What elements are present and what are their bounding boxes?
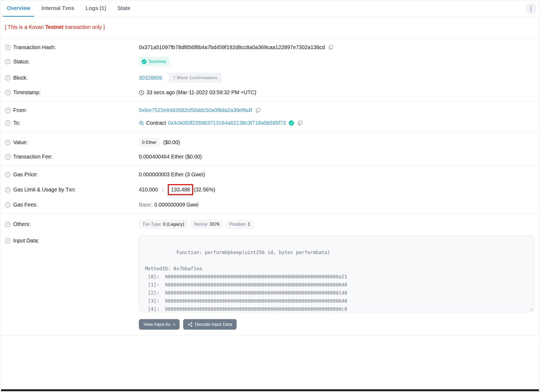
- help-icon[interactable]: ?: [5, 45, 11, 50]
- section-hash-status-block-time: ? Transaction Hash: 0x371a51097fb78df856…: [0, 39, 540, 101]
- row-input-data: ? Input Data: Function: performUpkeep(ui…: [0, 232, 540, 315]
- txn-type-value: 0 (Legacy): [163, 222, 184, 227]
- copy-icon[interactable]: [297, 120, 303, 126]
- status-badge: Success: [139, 57, 170, 66]
- txn-type-key: Txn Type:: [142, 222, 163, 227]
- svg-text:?: ?: [7, 109, 9, 112]
- row-gas-price: ? Gas Price: 0.000000003 Ether (3 Gwei): [0, 168, 540, 181]
- base-fee-value: 0.000000009 Gwei: [154, 202, 199, 208]
- nonce-value: 3376: [210, 222, 220, 227]
- copy-icon[interactable]: [255, 107, 261, 113]
- svg-text:?: ?: [7, 203, 9, 207]
- svg-text:?: ?: [7, 76, 9, 79]
- help-icon[interactable]: ?: [5, 75, 11, 81]
- notice-prefix: [ This is a Kovan: [5, 24, 45, 30]
- divider: [0, 335, 540, 336]
- clock-icon: [139, 90, 144, 95]
- check-circle-icon: [142, 59, 147, 64]
- txn-type-badge: Txn Type: 0 (Legacy): [139, 219, 188, 229]
- input-data-textarea[interactable]: Function: performUpkeep(uint256 id, byte…: [139, 235, 534, 312]
- help-icon[interactable]: ?: [5, 120, 11, 126]
- row-block: ? Block: 30328606 7 Block Confirmations: [0, 69, 540, 86]
- chevron-down-icon: ▾: [173, 323, 175, 326]
- help-icon[interactable]: ?: [5, 172, 11, 178]
- row-from: ? From: 0xfee7522e8482682cf50ddc50a0f8da…: [0, 104, 540, 117]
- others-label: Others:: [13, 221, 31, 227]
- base-fee-label: Base:: [139, 202, 152, 208]
- decode-input-data-button[interactable]: Decode Input Data: [183, 319, 237, 330]
- tab-internal-txns[interactable]: Internal Txns: [38, 0, 78, 17]
- from-label: From:: [13, 107, 27, 113]
- row-timestamp: ? Timestamp: 33 secs ago (Mar-11-2022 03…: [0, 86, 540, 99]
- svg-text:?: ?: [7, 60, 9, 63]
- annotation-red-box: 133,488: [168, 184, 193, 195]
- tab-bar: Overview Internal Txns Logs (1) State ⋮: [0, 0, 540, 17]
- gas-limit-usage-label: Gas Limit & Usage by Txn:: [13, 187, 76, 193]
- magnifier-plus-icon[interactable]: [139, 120, 144, 126]
- tab-state[interactable]: State: [114, 0, 134, 17]
- status-value: Success: [149, 59, 166, 64]
- row-gas-fees: ? Gas Fees: Base: 0.000000009 Gwei: [0, 198, 540, 211]
- block-label: Block:: [13, 75, 28, 81]
- decode-icon: [188, 322, 193, 327]
- help-icon[interactable]: ?: [5, 140, 11, 146]
- gas-price-label: Gas Price:: [13, 171, 38, 178]
- contract-word: Contract: [146, 120, 166, 126]
- help-icon[interactable]: ?: [5, 90, 11, 96]
- help-icon[interactable]: ?: [5, 187, 11, 193]
- svg-text:?: ?: [7, 188, 9, 191]
- row-to: ? To: Contract 0x4cb093f226983713164a621…: [0, 117, 540, 129]
- copy-icon[interactable]: [328, 45, 334, 50]
- block-confirmations-badge: 7 Block Confirmations: [166, 73, 222, 83]
- view-input-as-button[interactable]: View Input As ▾: [139, 319, 180, 330]
- row-gas-limit-usage: ? Gas Limit & Usage by Txn: 410,000 | 13…: [0, 181, 540, 198]
- decode-label: Decode Input Data: [195, 322, 232, 327]
- value-label: Value:: [13, 139, 28, 146]
- kebab-menu-button[interactable]: ⋮: [526, 4, 536, 13]
- svg-text:?: ?: [7, 46, 9, 49]
- verified-check-icon: [289, 120, 294, 126]
- testnet-notice: [ This is a Kovan Testnet transaction on…: [0, 17, 540, 38]
- row-transaction-fee: ? Transaction Fee: 0.000400464 Ether ($0…: [0, 150, 540, 163]
- position-value: 1: [248, 222, 250, 227]
- gas-used-percent: (32.56%): [194, 187, 215, 193]
- row-transaction-hash: ? Transaction Hash: 0x371a51097fb78df856…: [0, 41, 540, 54]
- help-icon[interactable]: ?: [5, 154, 11, 160]
- ether-value-badge: 0 Ether: [139, 138, 160, 147]
- position-badge: Position: 1: [226, 219, 254, 229]
- nonce-key: Nonce:: [194, 222, 210, 227]
- to-address-link[interactable]: 0x4cb093f226983713164a62138c3f718a5b595f…: [168, 120, 286, 126]
- input-data-text: Function: performUpkeep(uint256 id, byte…: [145, 250, 347, 312]
- tab-overview[interactable]: Overview: [3, 0, 34, 17]
- svg-text:?: ?: [7, 239, 9, 242]
- row-status: ? Status: Success: [0, 54, 540, 69]
- resize-handle[interactable]: [529, 307, 533, 311]
- transaction-fee-label: Transaction Fee:: [13, 154, 53, 160]
- transaction-hash-label: Transaction Hash:: [13, 44, 56, 50]
- svg-text:?: ?: [7, 173, 9, 176]
- svg-text:?: ?: [7, 141, 9, 144]
- input-data-label: Input Data:: [13, 238, 39, 244]
- timestamp-label: Timestamp:: [13, 89, 41, 96]
- usd-value: ($0.00): [163, 139, 180, 146]
- from-address-link[interactable]: 0xfee7522e8482682cf50ddc50a0f8da2a39effa…: [139, 107, 252, 113]
- gas-price-value: 0.000000003 Ether (3 Gwei): [139, 171, 205, 178]
- help-icon[interactable]: ?: [5, 202, 11, 208]
- nonce-badge: Nonce: 3376: [191, 219, 223, 229]
- svg-text:?: ?: [7, 91, 9, 94]
- gas-fees-label: Gas Fees:: [13, 202, 38, 208]
- help-icon[interactable]: ?: [5, 221, 11, 227]
- help-icon[interactable]: ?: [5, 59, 11, 65]
- help-icon[interactable]: ?: [5, 238, 11, 244]
- help-icon[interactable]: ?: [5, 107, 11, 113]
- tab-logs[interactable]: Logs (1): [82, 0, 110, 17]
- gas-used-value: 133,488: [171, 187, 190, 192]
- view-input-as-label: View Input As: [143, 322, 170, 327]
- section-gas: ? Gas Price: 0.000000003 Ether (3 Gwei) …: [0, 166, 540, 214]
- block-number-link[interactable]: 30328606: [139, 75, 162, 81]
- position-key: Position:: [229, 222, 248, 227]
- gas-limit-value: 410,000: [139, 187, 158, 193]
- input-actions: View Input As ▾ Decode Input Data: [0, 315, 540, 333]
- footer-dark-strip: [1, 389, 539, 391]
- svg-text:?: ?: [7, 223, 9, 226]
